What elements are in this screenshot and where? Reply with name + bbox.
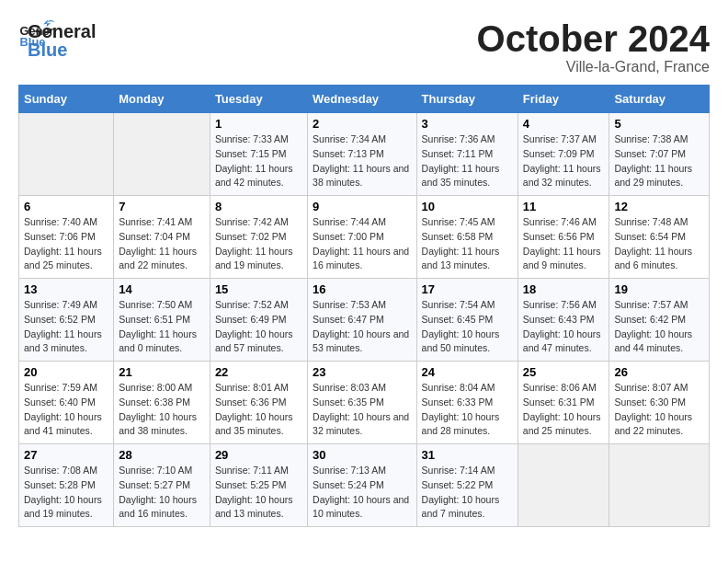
week-row-2: 6Sunrise: 7:40 AMSunset: 7:06 PMDaylight…: [19, 196, 710, 279]
day-info: Sunrise: 8:07 AMSunset: 6:30 PMDaylight:…: [614, 381, 704, 439]
cell-1-0: 6Sunrise: 7:40 AMSunset: 7:06 PMDaylight…: [19, 196, 114, 279]
day-info: Sunrise: 7:37 AMSunset: 7:09 PMDaylight:…: [523, 132, 605, 190]
cell-1-4: 10Sunrise: 7:45 AMSunset: 6:58 PMDayligh…: [416, 196, 518, 279]
title-area: October 2024 Ville-la-Grand, France: [477, 18, 710, 75]
cell-3-2: 22Sunrise: 8:01 AMSunset: 6:36 PMDayligh…: [210, 362, 307, 444]
day-info: Sunrise: 7:49 AMSunset: 6:52 PMDaylight:…: [24, 298, 108, 356]
day-info: Sunrise: 8:03 AMSunset: 6:35 PMDaylight:…: [313, 381, 411, 439]
cell-3-1: 21Sunrise: 8:00 AMSunset: 6:38 PMDayligh…: [114, 362, 210, 444]
cell-1-5: 11Sunrise: 7:46 AMSunset: 6:56 PMDayligh…: [518, 196, 609, 279]
cell-4-3: 30Sunrise: 7:13 AMSunset: 5:24 PMDayligh…: [308, 444, 416, 527]
logo-general-text: General: [28, 22, 96, 40]
day-number: 21: [119, 365, 205, 379]
cell-3-0: 20Sunrise: 7:59 AMSunset: 6:40 PMDayligh…: [19, 362, 114, 444]
cell-3-4: 24Sunrise: 8:04 AMSunset: 6:33 PMDayligh…: [416, 362, 518, 444]
day-info: Sunrise: 7:14 AMSunset: 5:22 PMDaylight:…: [422, 464, 513, 522]
day-number: 7: [119, 200, 205, 213]
cell-2-4: 17Sunrise: 7:54 AMSunset: 6:45 PMDayligh…: [416, 279, 518, 362]
day-info: Sunrise: 7:44 AMSunset: 7:00 PMDaylight:…: [313, 215, 411, 273]
day-info: Sunrise: 7:52 AMSunset: 6:49 PMDaylight:…: [215, 298, 302, 356]
cell-0-2: 1Sunrise: 7:33 AMSunset: 7:15 PMDaylight…: [210, 113, 307, 196]
day-info: Sunrise: 7:34 AMSunset: 7:13 PMDaylight:…: [313, 132, 411, 190]
day-number: 16: [313, 282, 411, 296]
day-info: Sunrise: 7:38 AMSunset: 7:07 PMDaylight:…: [614, 132, 704, 190]
day-info: Sunrise: 7:50 AMSunset: 6:51 PMDaylight:…: [119, 298, 205, 356]
day-info: Sunrise: 7:53 AMSunset: 6:47 PMDaylight:…: [313, 298, 411, 356]
day-info: Sunrise: 7:13 AMSunset: 5:24 PMDaylight:…: [313, 464, 411, 522]
day-info: Sunrise: 7:08 AMSunset: 5:28 PMDaylight:…: [24, 464, 108, 522]
page-header: General Blue General Blue October 2024 V…: [18, 18, 710, 75]
day-info: Sunrise: 7:48 AMSunset: 6:54 PMDaylight:…: [614, 215, 704, 273]
day-number: 4: [523, 117, 605, 131]
day-info: Sunrise: 7:11 AMSunset: 5:25 PMDaylight:…: [215, 464, 302, 522]
day-number: 13: [24, 282, 108, 296]
day-number: 15: [215, 282, 302, 296]
subtitle: Ville-la-Grand, France: [477, 59, 710, 75]
day-number: 20: [24, 365, 108, 379]
day-info: Sunrise: 7:45 AMSunset: 6:58 PMDaylight:…: [422, 215, 513, 273]
cell-4-2: 29Sunrise: 7:11 AMSunset: 5:25 PMDayligh…: [210, 444, 307, 527]
cell-2-2: 15Sunrise: 7:52 AMSunset: 6:49 PMDayligh…: [210, 279, 307, 362]
day-number: 11: [523, 200, 605, 213]
day-number: 23: [313, 365, 411, 379]
cell-4-6: [609, 444, 710, 527]
day-info: Sunrise: 7:10 AMSunset: 5:27 PMDaylight:…: [119, 464, 205, 522]
cell-2-0: 13Sunrise: 7:49 AMSunset: 6:52 PMDayligh…: [19, 279, 114, 362]
cell-3-3: 23Sunrise: 8:03 AMSunset: 6:35 PMDayligh…: [308, 362, 416, 444]
cell-2-6: 19Sunrise: 7:57 AMSunset: 6:42 PMDayligh…: [609, 279, 710, 362]
day-number: 12: [614, 200, 704, 213]
day-number: 3: [422, 117, 513, 131]
cell-2-3: 16Sunrise: 7:53 AMSunset: 6:47 PMDayligh…: [308, 279, 416, 362]
col-monday: Monday: [114, 86, 210, 113]
day-number: 8: [215, 200, 302, 213]
day-number: 17: [422, 282, 513, 296]
day-info: Sunrise: 8:01 AMSunset: 6:36 PMDaylight:…: [215, 381, 302, 439]
day-number: 28: [119, 448, 205, 462]
day-number: 6: [24, 200, 108, 213]
day-info: Sunrise: 8:00 AMSunset: 6:38 PMDaylight:…: [119, 381, 205, 439]
cell-0-3: 2Sunrise: 7:34 AMSunset: 7:13 PMDaylight…: [308, 113, 416, 196]
week-row-5: 27Sunrise: 7:08 AMSunset: 5:28 PMDayligh…: [19, 444, 710, 527]
week-row-4: 20Sunrise: 7:59 AMSunset: 6:40 PMDayligh…: [19, 362, 710, 444]
week-row-3: 13Sunrise: 7:49 AMSunset: 6:52 PMDayligh…: [19, 279, 710, 362]
cell-3-5: 25Sunrise: 8:06 AMSunset: 6:31 PMDayligh…: [518, 362, 609, 444]
col-wednesday: Wednesday: [308, 86, 416, 113]
logo-blue-text: Blue: [28, 40, 96, 59]
day-info: Sunrise: 7:40 AMSunset: 7:06 PMDaylight:…: [24, 215, 108, 273]
cell-1-1: 7Sunrise: 7:41 AMSunset: 7:04 PMDaylight…: [114, 196, 210, 279]
cell-4-4: 31Sunrise: 7:14 AMSunset: 5:22 PMDayligh…: [416, 444, 518, 527]
day-number: 29: [215, 448, 302, 462]
day-number: 14: [119, 282, 205, 296]
day-number: 25: [523, 365, 605, 379]
cell-3-6: 26Sunrise: 8:07 AMSunset: 6:30 PMDayligh…: [609, 362, 710, 444]
cell-0-4: 3Sunrise: 7:36 AMSunset: 7:11 PMDaylight…: [416, 113, 518, 196]
cell-2-1: 14Sunrise: 7:50 AMSunset: 6:51 PMDayligh…: [114, 279, 210, 362]
cell-2-5: 18Sunrise: 7:56 AMSunset: 6:43 PMDayligh…: [518, 279, 609, 362]
day-number: 9: [313, 200, 411, 213]
cell-1-3: 9Sunrise: 7:44 AMSunset: 7:00 PMDaylight…: [308, 196, 416, 279]
day-info: Sunrise: 7:46 AMSunset: 6:56 PMDaylight:…: [523, 215, 605, 273]
week-row-1: 1Sunrise: 7:33 AMSunset: 7:15 PMDaylight…: [19, 113, 710, 196]
cell-1-6: 12Sunrise: 7:48 AMSunset: 6:54 PMDayligh…: [609, 196, 710, 279]
day-number: 2: [313, 117, 411, 131]
day-info: Sunrise: 7:57 AMSunset: 6:42 PMDaylight:…: [614, 298, 704, 356]
day-info: Sunrise: 7:54 AMSunset: 6:45 PMDaylight:…: [422, 298, 513, 356]
day-info: Sunrise: 7:36 AMSunset: 7:11 PMDaylight:…: [422, 132, 513, 190]
day-number: 26: [614, 365, 704, 379]
month-title: October 2024: [477, 18, 710, 59]
header-row: Sunday Monday Tuesday Wednesday Thursday…: [19, 86, 710, 113]
cell-0-5: 4Sunrise: 7:37 AMSunset: 7:09 PMDaylight…: [518, 113, 609, 196]
day-number: 5: [614, 117, 704, 131]
day-info: Sunrise: 8:04 AMSunset: 6:33 PMDaylight:…: [422, 381, 513, 439]
day-number: 10: [422, 200, 513, 213]
day-number: 19: [614, 282, 704, 296]
day-number: 18: [523, 282, 605, 296]
col-saturday: Saturday: [609, 86, 710, 113]
cell-4-1: 28Sunrise: 7:10 AMSunset: 5:27 PMDayligh…: [114, 444, 210, 527]
day-info: Sunrise: 8:06 AMSunset: 6:31 PMDaylight:…: [523, 381, 605, 439]
day-number: 24: [422, 365, 513, 379]
cell-1-2: 8Sunrise: 7:42 AMSunset: 7:02 PMDaylight…: [210, 196, 307, 279]
calendar-table: Sunday Monday Tuesday Wednesday Thursday…: [18, 85, 710, 527]
col-thursday: Thursday: [416, 86, 518, 113]
day-number: 31: [422, 448, 513, 462]
